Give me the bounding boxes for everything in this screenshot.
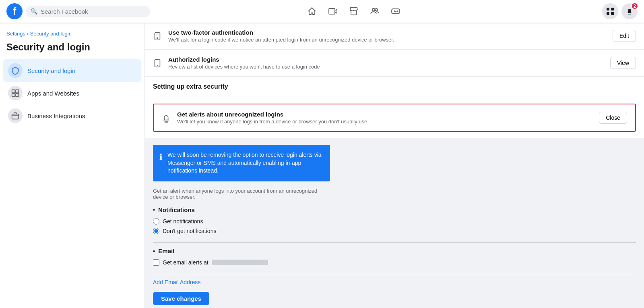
svg-point-2 [375, 8, 378, 11]
email-checkbox-option[interactable]: Get email alerts at [153, 258, 330, 267]
authorized-logins-desc: Review a list of devices where you won't… [168, 64, 604, 70]
notifications-header: ▪ Notifications [153, 206, 330, 213]
breadcrumb-current: Security and login [30, 31, 72, 37]
panel-description: Get an alert when anyone logs into your … [153, 188, 330, 200]
get-notifications-radio[interactable] [153, 218, 159, 225]
gaming-icon [391, 6, 400, 16]
briefcase-icon [8, 108, 23, 123]
notifications-title: Notifications [158, 206, 195, 213]
svg-rect-10 [16, 90, 19, 93]
gaming-nav-button[interactable] [386, 2, 405, 21]
unrecognized-logins-title: Get alerts about unrecognized logins [177, 111, 592, 118]
notif-icon: ▪ [153, 206, 155, 213]
navbar: f 🔍 [0, 0, 644, 23]
info-banner-text: We will soon be removing the option to r… [167, 151, 324, 175]
phone-lock-icon [153, 31, 162, 41]
page-title: Security and login [3, 40, 141, 59]
unrecognized-logins-close-button[interactable]: Close [599, 112, 627, 124]
get-notifications-label: Get notifications [163, 218, 203, 225]
breadcrumb: Settings › Security and login [3, 29, 141, 40]
svg-point-1 [372, 8, 375, 11]
sidebar-item-apps-label: Apps and Websites [27, 90, 79, 97]
two-factor-text: Use two-factor authentication We'll ask … [168, 29, 606, 43]
svg-point-17 [157, 37, 158, 39]
svg-rect-9 [12, 90, 15, 93]
two-factor-edit-button[interactable]: Edit [613, 30, 636, 42]
notification-badge: 2 [631, 2, 638, 10]
dont-get-notifications-label: Don't get notifications [163, 228, 216, 234]
sidebar-item-apps-websites[interactable]: Apps and Websites [3, 82, 141, 104]
two-factor-section: Use two-factor authentication We'll ask … [145, 23, 644, 50]
email-alerts-checkbox[interactable] [153, 259, 159, 266]
notifications-button[interactable]: 2 [621, 3, 638, 19]
email-header: ▪ Email [153, 248, 330, 254]
info-banner: ℹ We will soon be removing the option to… [153, 145, 330, 181]
two-factor-desc: We'll ask for a login code if we notice … [168, 37, 606, 43]
search-icon: 🔍 [31, 8, 37, 15]
page-layout: Settings › Security and login Security a… [0, 23, 644, 308]
main-content: Use two-factor authentication We'll ask … [145, 23, 644, 308]
apps-icon [8, 86, 23, 100]
expanded-alert-panel: ℹ We will soon be removing the option to… [145, 138, 644, 308]
sidebar-item-business-label: Business Integrations [27, 112, 85, 119]
extra-security-header: Setting up extra security [145, 77, 644, 97]
authorized-logins-section: Authorized logins Review a list of devic… [145, 50, 644, 77]
video-nav-button[interactable] [323, 2, 343, 21]
bell-alert-icon [162, 113, 171, 123]
authorized-logins-text: Authorized logins Review a list of devic… [168, 56, 604, 70]
home-nav-button[interactable] [302, 2, 322, 21]
sidebar-item-security-login[interactable]: Security and login [3, 59, 141, 82]
navbar-right: 2 [557, 3, 638, 19]
grid-icon [606, 7, 614, 15]
email-title: Email [158, 248, 174, 254]
svg-rect-5 [607, 8, 609, 10]
search-bar[interactable]: 🔍 [26, 6, 150, 17]
groups-nav-button[interactable] [365, 2, 384, 21]
video-icon [328, 6, 338, 16]
svg-rect-13 [12, 114, 19, 119]
svg-rect-6 [611, 8, 614, 10]
notifications-section: ▪ Notifications Get notifications Don't … [153, 206, 330, 236]
authorized-logins-title: Authorized logins [168, 56, 604, 63]
facebook-logo[interactable]: f [6, 3, 23, 19]
svg-rect-8 [611, 12, 614, 15]
section-divider [153, 242, 636, 243]
authorized-logins-row: Authorized logins Review a list of devic… [145, 50, 644, 77]
email-divider [153, 274, 636, 274]
search-input[interactable] [41, 8, 145, 15]
svg-rect-0 [329, 8, 335, 14]
svg-point-4 [397, 11, 398, 12]
info-circle-icon: ℹ [159, 152, 163, 162]
breadcrumb-separator: › [27, 31, 30, 37]
email-checkbox-label: Get email alerts at [163, 259, 208, 266]
dont-get-notifications-radio[interactable] [153, 228, 159, 234]
device-icon [153, 58, 162, 68]
sidebar: Settings › Security and login Security a… [0, 23, 145, 308]
sidebar-item-business[interactable]: Business Integrations [3, 104, 141, 127]
extra-security-section: Setting up extra security Get alerts abo… [145, 77, 644, 308]
apps-menu-button[interactable] [602, 3, 618, 19]
blurred-email [212, 260, 268, 265]
breadcrumb-parent[interactable]: Settings [6, 31, 25, 37]
unrecognized-logins-row: Get alerts about unrecognized logins We'… [153, 104, 636, 132]
unrecognized-logins-text: Get alerts about unrecognized logins We'… [177, 111, 592, 125]
unrecognized-logins-desc: We'll let you know if anyone logs in fro… [177, 119, 592, 125]
authorized-logins-view-button[interactable]: View [610, 57, 636, 69]
svg-rect-11 [12, 94, 15, 97]
get-notifications-option[interactable]: Get notifications [153, 216, 330, 226]
sidebar-item-security-label: Security and login [27, 67, 75, 74]
svg-rect-7 [607, 12, 609, 15]
navbar-left: f 🔍 [6, 3, 150, 19]
marketplace-nav-button[interactable] [344, 2, 363, 21]
email-icon: ▪ [153, 248, 155, 254]
svg-rect-12 [16, 94, 19, 97]
shield-icon [8, 63, 23, 78]
groups-icon [370, 6, 380, 16]
add-email-link[interactable]: Add Email Address [153, 279, 330, 285]
save-changes-button[interactable]: Save changes [153, 292, 209, 305]
navbar-center [153, 2, 554, 21]
home-icon [307, 6, 317, 16]
marketplace-icon [349, 6, 359, 16]
dont-get-notifications-option[interactable]: Don't get notifications [153, 226, 330, 236]
email-section: ▪ Email Get email alerts at [153, 248, 330, 267]
